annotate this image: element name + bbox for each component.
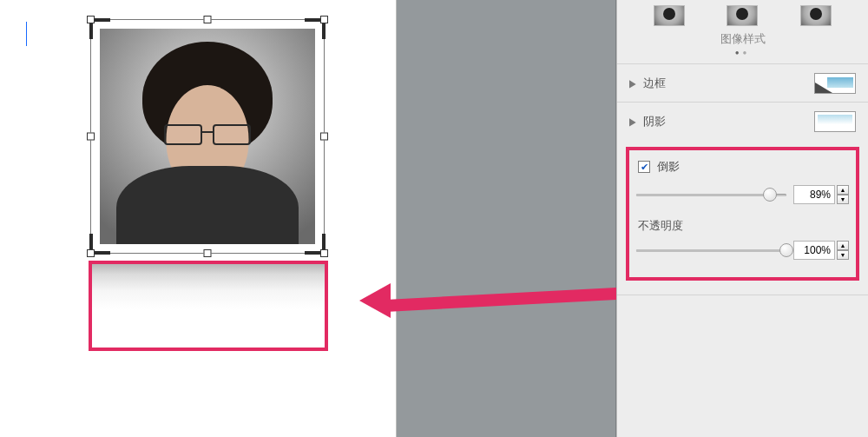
border-row[interactable]: ▶ 边框 xyxy=(617,63,868,102)
reflection-opacity-group: ✔ 倒影 ▲ ▼ 不透明度 xyxy=(626,147,859,281)
resize-handle[interactable] xyxy=(204,16,212,23)
border-label: 边框 xyxy=(643,76,814,91)
document-canvas[interactable] xyxy=(0,0,397,437)
reflection-slider[interactable] xyxy=(636,188,786,202)
selected-image[interactable] xyxy=(90,19,325,254)
panel-empty-area xyxy=(617,295,868,437)
reflection-highlight xyxy=(89,261,328,351)
style-section-title: 图像样式 xyxy=(617,26,868,47)
resize-handle[interactable] xyxy=(320,133,328,141)
stepper-down-icon[interactable]: ▼ xyxy=(837,250,849,260)
disclosure-right-icon: ▶ xyxy=(629,116,636,127)
disclosure-right-icon: ▶ xyxy=(629,77,636,89)
resize-handle[interactable] xyxy=(87,16,95,23)
resize-handle[interactable] xyxy=(87,249,95,257)
page-dots[interactable]: ●● xyxy=(617,47,868,63)
style-thumbnails xyxy=(617,0,868,26)
shadow-preview-icon[interactable] xyxy=(814,111,856,132)
reflection-checkbox[interactable]: ✔ xyxy=(638,161,650,173)
canvas-gutter xyxy=(397,0,616,437)
text-cursor xyxy=(26,22,27,46)
opacity-value-input[interactable] xyxy=(793,241,835,260)
style-thumb[interactable] xyxy=(800,5,832,26)
resize-handle[interactable] xyxy=(320,16,328,23)
portrait-photo xyxy=(100,29,315,244)
stepper-up-icon[interactable]: ▲ xyxy=(837,241,849,250)
opacity-label: 不透明度 xyxy=(635,209,851,235)
opacity-slider[interactable] xyxy=(636,243,786,257)
stepper-down-icon[interactable]: ▼ xyxy=(837,195,849,204)
format-panel: 图像样式 ●● ▶ 边框 ▶ 阴影 ✔ 倒影 xyxy=(616,0,868,437)
reflection-label: 倒影 xyxy=(657,159,680,175)
resize-handle[interactable] xyxy=(320,249,328,257)
style-thumb[interactable] xyxy=(654,5,685,26)
stepper-up-icon[interactable]: ▲ xyxy=(837,185,849,195)
style-thumb[interactable] xyxy=(727,5,758,26)
reflection-value-input[interactable] xyxy=(793,185,835,204)
border-preview-icon[interactable] xyxy=(814,73,856,94)
resize-handle[interactable] xyxy=(204,249,212,257)
shadow-row[interactable]: ▶ 阴影 xyxy=(617,102,868,140)
resize-handle[interactable] xyxy=(87,133,95,141)
shadow-label: 阴影 xyxy=(643,114,814,129)
